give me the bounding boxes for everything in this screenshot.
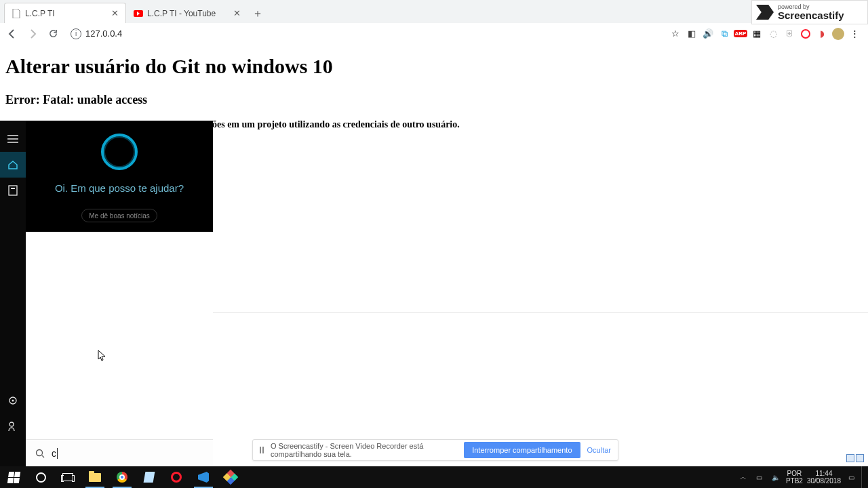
taskbar-app-notepad[interactable] bbox=[136, 466, 163, 488]
taskbar: ︿ ▭ 🔈 POR PTB2 11:44 30/08/2018 ▭ bbox=[0, 466, 868, 488]
cortana-hero: Oi. Em que posso te ajudar? Me dê boas n… bbox=[26, 121, 213, 232]
cortana-greeting: Oi. Em que posso te ajudar? bbox=[44, 182, 195, 194]
tray-clock[interactable]: 11:44 30/08/2018 bbox=[807, 470, 841, 485]
cortana-rail bbox=[0, 121, 26, 466]
opera-icon bbox=[171, 472, 182, 483]
share-message: O Screencastify - Screen Video Recorder … bbox=[271, 442, 457, 458]
taskbar-app-opera[interactable] bbox=[163, 466, 190, 488]
screencastify-share-bar: O Screencastify - Screen Video Recorder … bbox=[252, 439, 618, 461]
pause-icon bbox=[260, 447, 264, 453]
cortana-suggestion-chip[interactable]: Me dê boas notícias bbox=[81, 209, 157, 222]
cortana-panel: Oi. Em que posso te ajudar? Me dê boas n… bbox=[0, 121, 213, 466]
tab-title: L.C.P TI - YouTube bbox=[147, 9, 229, 18]
folder-icon bbox=[89, 473, 101, 482]
youtube-favicon-icon bbox=[134, 9, 143, 18]
svg-point-3 bbox=[12, 400, 14, 402]
tray-network-icon[interactable]: ▭ bbox=[753, 474, 766, 481]
shield-icon[interactable]: ⛨ bbox=[783, 27, 796, 41]
screencastify-brand: Screencastify bbox=[778, 10, 844, 20]
cortana-menu-button[interactable] bbox=[0, 126, 26, 152]
cortana-search-value: c bbox=[52, 448, 58, 459]
browser-tab-2[interactable]: L.C.P TI - YouTube ✕ bbox=[126, 3, 248, 23]
show-desktop-button[interactable] bbox=[861, 466, 865, 488]
action-center-icon[interactable]: ▭ bbox=[845, 474, 857, 481]
cortana-feedback-button[interactable] bbox=[0, 413, 26, 439]
search-icon bbox=[35, 449, 45, 458]
cortana-notebook-button[interactable] bbox=[0, 178, 26, 203]
cortana-body: Oi. Em que posso te ajudar? Me dê boas n… bbox=[26, 121, 213, 466]
chrome-icon bbox=[117, 472, 127, 483]
ext-icon-1[interactable]: ◧ bbox=[685, 27, 698, 41]
taskview-button[interactable] bbox=[54, 466, 81, 488]
abp-icon[interactable]: ABP bbox=[734, 27, 747, 41]
qr-icon[interactable]: ▦ bbox=[750, 27, 764, 41]
hide-sharing-button[interactable]: Ocultar bbox=[587, 446, 611, 454]
volume-icon[interactable]: 🔊 bbox=[701, 27, 715, 41]
tray-volume-icon[interactable]: 🔈 bbox=[770, 474, 782, 481]
profile-avatar-icon[interactable] bbox=[831, 27, 845, 41]
cortana-results bbox=[26, 232, 213, 439]
toolbar: i 127.0.0.4 ☆ ◧ 🔊 ⧉ ABP ▦ ◌ ⛨ ◗ ⋮ bbox=[0, 23, 868, 44]
browser-tab-1[interactable]: L.C.P TI ✕ bbox=[4, 3, 126, 23]
notepad-icon bbox=[144, 472, 155, 483]
extensions-row: ☆ ◧ 🔊 ⧉ ABP ▦ ◌ ⛨ ◗ ⋮ bbox=[669, 27, 865, 41]
star-icon[interactable]: ☆ bbox=[669, 27, 682, 41]
taskbar-app-vscode[interactable] bbox=[190, 466, 217, 488]
system-tray: ︿ ▭ 🔈 POR PTB2 11:44 30/08/2018 ▭ bbox=[737, 466, 868, 488]
stop-sharing-button[interactable]: Interromper compartilhamento bbox=[464, 442, 580, 458]
chrome-menu-icon[interactable]: ⋮ bbox=[848, 27, 861, 41]
opera-ext-icon[interactable] bbox=[799, 27, 812, 41]
cortana-home-button[interactable] bbox=[0, 152, 26, 178]
tray-ime[interactable]: POR PTB2 bbox=[786, 470, 803, 485]
tab-strip: L.C.P TI ✕ L.C.P TI - YouTube ✕ ＋ bbox=[0, 0, 868, 23]
svg-point-5 bbox=[37, 449, 43, 455]
reload-button[interactable] bbox=[43, 24, 62, 43]
tab-title: L.C.P TI bbox=[25, 9, 107, 18]
site-info-icon[interactable]: i bbox=[71, 28, 81, 39]
svg-rect-0 bbox=[9, 186, 17, 195]
ext-icon-3[interactable]: ◌ bbox=[766, 27, 780, 41]
tab-close-icon[interactable]: ✕ bbox=[111, 8, 119, 18]
tab-close-icon[interactable]: ✕ bbox=[233, 8, 241, 18]
ext-icon-2[interactable]: ⧉ bbox=[717, 27, 731, 41]
browser-chrome: L.C.P TI ✕ L.C.P TI - YouTube ✕ ＋ i 127.… bbox=[0, 0, 868, 44]
screencastify-badge: powered by Screencastify bbox=[751, 0, 868, 24]
cortana-settings-button[interactable] bbox=[0, 388, 26, 413]
new-tab-button[interactable]: ＋ bbox=[248, 4, 267, 23]
mouse-cursor-icon bbox=[98, 350, 106, 362]
sourcetree-icon bbox=[223, 470, 239, 485]
screencastify-logo-icon bbox=[756, 5, 774, 20]
address-text: 127.0.0.4 bbox=[85, 28, 122, 39]
view-tiles-icon[interactable] bbox=[846, 454, 864, 464]
tray-chevron-icon[interactable]: ︿ bbox=[737, 472, 749, 482]
address-bar[interactable]: i 127.0.0.4 bbox=[64, 24, 667, 43]
page-subheading: Error: Fatal: unable access bbox=[5, 93, 863, 107]
page-favicon-icon bbox=[12, 9, 21, 18]
cortana-search-box[interactable]: c bbox=[26, 439, 213, 466]
back-button[interactable] bbox=[3, 24, 22, 43]
cortana-taskbar-button[interactable] bbox=[27, 466, 54, 488]
screencastify-ext-icon[interactable]: ◗ bbox=[815, 27, 829, 41]
cortana-ring-icon bbox=[101, 134, 138, 170]
start-button[interactable] bbox=[0, 466, 27, 488]
taskbar-app-sourcetree[interactable] bbox=[217, 466, 244, 488]
svg-rect-1 bbox=[11, 188, 15, 189]
svg-point-4 bbox=[9, 422, 14, 426]
page-heading: Alterar usuário do Git no windows 10 bbox=[5, 55, 863, 78]
taskbar-app-chrome[interactable] bbox=[108, 466, 136, 488]
vscode-icon bbox=[198, 472, 209, 483]
forward-button bbox=[23, 24, 42, 43]
taskbar-app-explorer[interactable] bbox=[81, 466, 108, 488]
